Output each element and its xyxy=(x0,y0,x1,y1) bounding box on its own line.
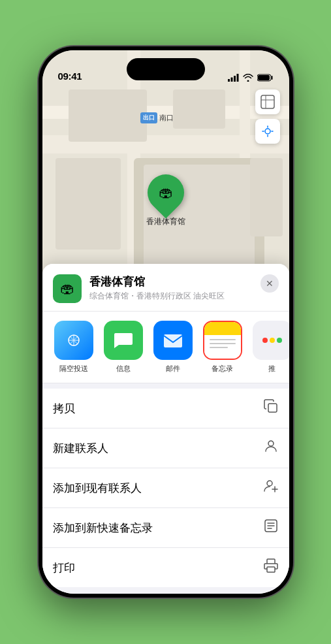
action-new-contact[interactable]: 新建联系人 xyxy=(42,428,289,468)
map-controls xyxy=(255,89,280,148)
dot-red xyxy=(262,338,268,343)
location-card: 🏟 香港体育馆 综合体育馆・香港特别行政区 油尖旺区 ✕ xyxy=(42,264,289,312)
stadium-icon: 🏟 xyxy=(159,184,173,201)
stadium-pin: 🏟 香港体育馆 xyxy=(146,174,185,227)
svg-point-12 xyxy=(267,481,272,486)
phone-screen: 09:41 xyxy=(42,50,289,594)
share-row: 隔空投送 信息 xyxy=(42,312,289,383)
airdrop-label: 隔空投送 xyxy=(59,364,88,374)
svg-point-7 xyxy=(265,129,270,134)
action-list: 拷贝 新建联系人 xyxy=(42,389,289,587)
status-icons xyxy=(228,74,274,82)
print-icon xyxy=(263,558,279,577)
svg-rect-5 xyxy=(258,75,270,80)
map-block xyxy=(69,89,147,142)
share-item-airdrop[interactable]: 隔空投送 xyxy=(53,321,95,374)
status-time: 09:41 xyxy=(58,71,82,82)
map-label: 出口 南口 xyxy=(140,112,174,123)
new-contact-label: 新建联系人 xyxy=(53,441,108,456)
add-existing-label: 添加到现有联系人 xyxy=(53,481,142,496)
svg-rect-15 xyxy=(267,567,275,572)
location-info: 香港体育馆 综合体育馆・香港特别行政区 油尖旺区 xyxy=(89,274,253,302)
location-card-icon: 🏟 xyxy=(53,274,82,303)
close-button[interactable]: ✕ xyxy=(260,274,279,293)
bottom-sheet: 🏟 香港体育馆 综合体育馆・香港特别行政区 油尖旺区 ✕ xyxy=(42,264,289,594)
action-add-note[interactable]: 添加到新快速备忘录 xyxy=(42,508,289,548)
pin-circle: 🏟 xyxy=(140,167,191,218)
person-add-icon xyxy=(263,478,279,498)
share-item-mail[interactable]: 邮件 xyxy=(152,321,194,374)
more-icon xyxy=(253,321,289,360)
person-icon xyxy=(263,438,279,458)
action-add-existing[interactable]: 添加到现有联系人 xyxy=(42,468,289,508)
phone-frame: 09:41 xyxy=(39,46,293,598)
location-button[interactable] xyxy=(255,119,280,144)
airdrop-icon xyxy=(54,321,93,360)
messages-label: 信息 xyxy=(116,364,131,374)
share-item-notes[interactable]: 备忘录 xyxy=(202,321,244,374)
notes-label: 备忘录 xyxy=(212,364,233,374)
mail-icon xyxy=(153,321,193,360)
map-block xyxy=(55,158,121,250)
battery-icon xyxy=(257,74,274,82)
messages-icon xyxy=(104,321,143,360)
notes-icon xyxy=(203,321,242,360)
svg-rect-3 xyxy=(236,74,238,82)
print-label: 打印 xyxy=(53,560,75,575)
signal-icon xyxy=(228,74,239,82)
share-item-more[interactable]: 推 xyxy=(251,321,289,374)
more-dots xyxy=(262,338,282,343)
map-view-button[interactable] xyxy=(255,89,280,114)
copy-label: 拷贝 xyxy=(53,401,75,416)
mail-label: 邮件 xyxy=(166,364,180,374)
location-description: 综合体育馆・香港特别行政区 油尖旺区 xyxy=(89,291,253,302)
copy-icon xyxy=(263,398,279,418)
share-item-messages[interactable]: 信息 xyxy=(102,321,144,374)
map-entrance-label: 南口 xyxy=(159,113,174,123)
svg-point-11 xyxy=(268,441,274,446)
svg-rect-1 xyxy=(230,78,232,82)
dynamic-island xyxy=(127,58,205,80)
dot-yellow xyxy=(270,338,275,343)
svg-rect-10 xyxy=(268,404,277,412)
add-note-label: 添加到新快速备忘录 xyxy=(53,521,153,536)
svg-rect-9 xyxy=(164,334,182,347)
map-exit-label: 出口 xyxy=(140,112,157,123)
map-block xyxy=(173,89,225,129)
location-name: 香港体育馆 xyxy=(89,274,253,289)
wifi-icon xyxy=(243,74,253,82)
svg-rect-6 xyxy=(261,95,274,108)
dot-green xyxy=(277,338,282,343)
action-copy[interactable]: 拷贝 xyxy=(42,389,289,428)
map-block xyxy=(250,158,283,236)
svg-rect-2 xyxy=(234,76,236,82)
note-icon xyxy=(263,518,279,538)
more-label: 推 xyxy=(268,364,276,374)
svg-rect-0 xyxy=(228,79,230,82)
svg-rect-14 xyxy=(267,559,275,564)
action-print[interactable]: 打印 xyxy=(42,548,289,587)
